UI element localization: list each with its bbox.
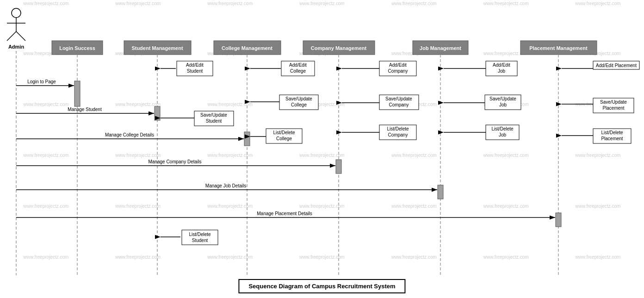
svg-text:Save/Update: Save/Update <box>600 99 627 105</box>
diagram-svg: Admin Login Success Student Management C… <box>0 0 644 298</box>
svg-text:Placement Management: Placement Management <box>529 45 588 51</box>
svg-rect-25 <box>74 81 80 106</box>
svg-text:Add/Edit Placement: Add/Edit Placement <box>596 63 637 68</box>
svg-text:Job: Job <box>499 102 507 107</box>
svg-text:College Management: College Management <box>222 45 272 51</box>
svg-text:Job Management: Job Management <box>420 45 461 51</box>
svg-text:Save/Update: Save/Update <box>489 96 516 101</box>
svg-rect-26 <box>155 106 160 120</box>
svg-text:College: College <box>291 102 307 107</box>
svg-text:Login Success: Login Success <box>59 45 95 51</box>
diagram-caption: Sequence Diagram of Campus Recruitment S… <box>238 279 405 293</box>
svg-text:Placement: Placement <box>601 136 623 141</box>
svg-text:Job: Job <box>499 132 507 137</box>
svg-text:List/Delete: List/Delete <box>601 130 623 135</box>
svg-rect-27 <box>244 132 250 146</box>
svg-text:Company: Company <box>389 102 409 107</box>
svg-text:Student: Student <box>192 238 208 243</box>
svg-text:Company: Company <box>388 68 408 74</box>
svg-text:Placement: Placement <box>602 106 624 111</box>
svg-point-0 <box>12 8 21 18</box>
svg-text:Add/Edit: Add/Edit <box>289 62 307 68</box>
svg-text:List/Delete: List/Delete <box>273 130 295 135</box>
svg-rect-30 <box>556 213 561 227</box>
svg-text:Admin: Admin <box>8 44 25 50</box>
svg-text:Manage Job Details: Manage Job Details <box>205 183 246 188</box>
svg-text:Student: Student <box>206 118 222 124</box>
svg-text:Add/Edit: Add/Edit <box>389 62 407 68</box>
svg-rect-29 <box>438 185 443 199</box>
svg-text:Save/Update: Save/Update <box>200 112 227 118</box>
svg-text:List/Delete: List/Delete <box>189 232 211 237</box>
svg-text:Company Management: Company Management <box>311 45 367 51</box>
svg-text:Save/Update: Save/Update <box>285 96 312 101</box>
svg-text:College: College <box>290 68 306 74</box>
svg-text:List/Delete: List/Delete <box>387 126 409 131</box>
svg-text:Add/Edit: Add/Edit <box>493 62 510 68</box>
svg-text:List/Delete: List/Delete <box>491 126 514 131</box>
svg-rect-28 <box>336 160 341 174</box>
svg-text:Add/Edit: Add/Edit <box>186 62 204 68</box>
svg-text:Login to Page: Login to Page <box>27 79 56 84</box>
svg-line-4 <box>16 31 25 41</box>
svg-line-3 <box>7 31 16 41</box>
svg-text:Student: Student <box>187 68 203 74</box>
svg-text:Student Management: Student Management <box>131 45 183 51</box>
svg-text:Manage Company Details: Manage Company Details <box>148 159 201 164</box>
svg-text:College: College <box>276 136 292 141</box>
svg-text:Job: Job <box>498 68 506 74</box>
diagram-container: www.freeprojectz.comwww.freeprojectz.com… <box>0 0 644 298</box>
svg-text:Manage Placement Details: Manage Placement Details <box>257 211 312 216</box>
svg-text:Company: Company <box>388 132 408 137</box>
svg-text:Save/Update: Save/Update <box>385 96 412 101</box>
svg-text:Manage College Details: Manage College Details <box>105 132 154 137</box>
svg-text:Manage Student: Manage Student <box>68 107 102 112</box>
